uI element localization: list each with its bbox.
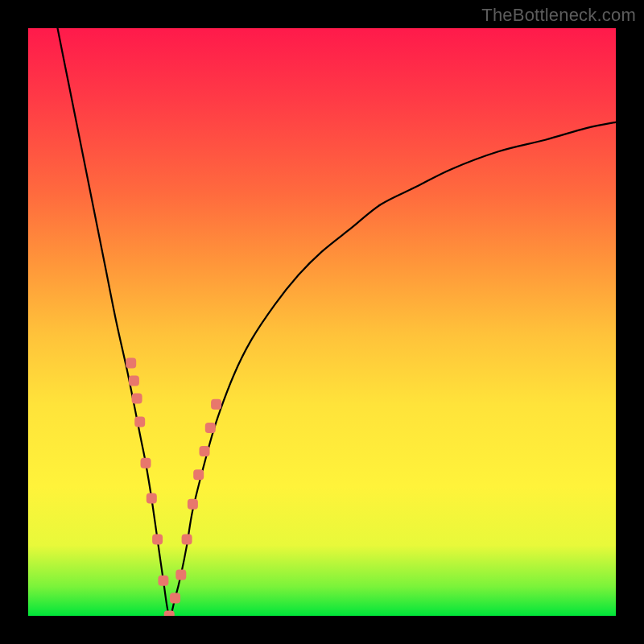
data-marker bbox=[129, 376, 139, 386]
data-marker bbox=[126, 358, 136, 369]
data-marker bbox=[193, 469, 204, 480]
data-marker bbox=[147, 493, 157, 504]
data-marker bbox=[205, 423, 216, 433]
data-marker bbox=[141, 458, 151, 469]
data-marker bbox=[134, 417, 145, 427]
chart-overlay bbox=[28, 28, 616, 616]
chart-frame: TheBottleneck.com bbox=[0, 0, 644, 644]
data-marker bbox=[158, 576, 168, 586]
plot-area bbox=[28, 28, 616, 616]
data-marker bbox=[170, 593, 180, 604]
bottleneck-curve bbox=[58, 28, 617, 616]
data-marker bbox=[164, 611, 175, 617]
watermark-text: TheBottleneck.com bbox=[481, 5, 636, 26]
data-marker bbox=[200, 446, 210, 456]
data-marker bbox=[188, 499, 198, 510]
data-marker bbox=[152, 535, 163, 545]
data-marker bbox=[175, 569, 186, 580]
data-marker bbox=[182, 535, 192, 545]
data-marker bbox=[132, 393, 142, 403]
markers-group bbox=[126, 358, 221, 616]
data-marker bbox=[211, 399, 221, 410]
